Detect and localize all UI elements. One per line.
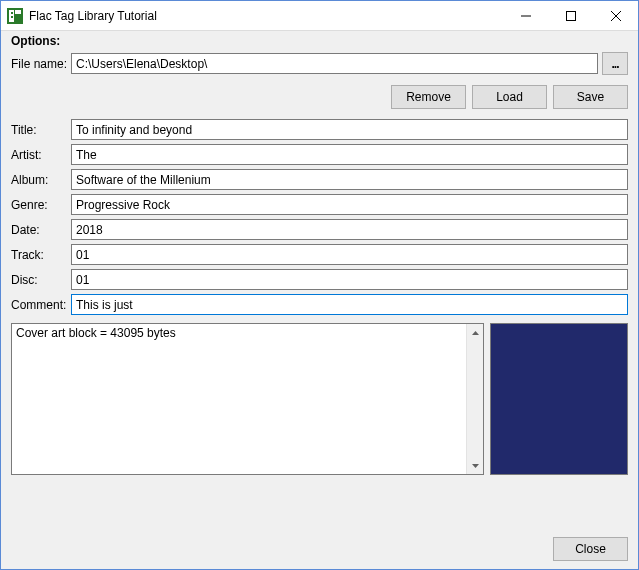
footer: Close (11, 531, 628, 561)
genre-label: Genre: (11, 198, 71, 212)
browse-button[interactable]: ... (602, 52, 628, 75)
maximize-button[interactable] (548, 1, 593, 30)
artist-row: Artist: (11, 144, 628, 165)
scrollbar[interactable] (466, 324, 483, 474)
disc-label: Disc: (11, 273, 71, 287)
cover-row: Cover art block = 43095 bytes (11, 323, 628, 475)
window-title: Flac Tag Library Tutorial (29, 9, 503, 23)
cover-list-item[interactable]: Cover art block = 43095 bytes (16, 326, 176, 340)
scroll-down-button[interactable] (467, 457, 483, 474)
minimize-button[interactable] (503, 1, 548, 30)
svg-rect-5 (566, 11, 575, 20)
scroll-up-button[interactable] (467, 324, 483, 341)
svg-rect-4 (11, 16, 13, 18)
album-input[interactable] (71, 169, 628, 190)
titlebar: Flac Tag Library Tutorial (1, 1, 638, 31)
artist-label: Artist: (11, 148, 71, 162)
genre-row: Genre: (11, 194, 628, 215)
disc-input[interactable] (71, 269, 628, 290)
remove-button[interactable]: Remove (391, 85, 466, 109)
file-label: File name: (11, 57, 71, 71)
album-row: Album: (11, 169, 628, 190)
content-area: Options: File name: ... Remove Load Save… (1, 31, 638, 569)
app-window: Flac Tag Library Tutorial Options: File … (0, 0, 639, 570)
track-row: Track: (11, 244, 628, 265)
album-label: Album: (11, 173, 71, 187)
action-row: Remove Load Save (11, 85, 628, 109)
spacer (11, 475, 628, 531)
date-label: Date: (11, 223, 71, 237)
options-label: Options: (11, 34, 628, 48)
track-input[interactable] (71, 244, 628, 265)
comment-label: Comment: (11, 298, 71, 312)
comment-row: Comment: (11, 294, 628, 315)
cover-preview (490, 323, 628, 475)
comment-input[interactable] (71, 294, 628, 315)
svg-rect-2 (15, 10, 21, 14)
svg-rect-3 (11, 12, 13, 14)
load-button[interactable]: Load (472, 85, 547, 109)
title-label: Title: (11, 123, 71, 137)
close-button[interactable]: Close (553, 537, 628, 561)
title-input[interactable] (71, 119, 628, 140)
file-input[interactable] (71, 53, 598, 74)
window-controls (503, 1, 638, 30)
artist-input[interactable] (71, 144, 628, 165)
close-window-button[interactable] (593, 1, 638, 30)
save-button[interactable]: Save (553, 85, 628, 109)
title-row: Title: (11, 119, 628, 140)
genre-input[interactable] (71, 194, 628, 215)
app-icon (7, 8, 23, 24)
disc-row: Disc: (11, 269, 628, 290)
file-row: File name: ... (11, 52, 628, 75)
cover-list[interactable]: Cover art block = 43095 bytes (11, 323, 484, 475)
date-input[interactable] (71, 219, 628, 240)
track-label: Track: (11, 248, 71, 262)
date-row: Date: (11, 219, 628, 240)
